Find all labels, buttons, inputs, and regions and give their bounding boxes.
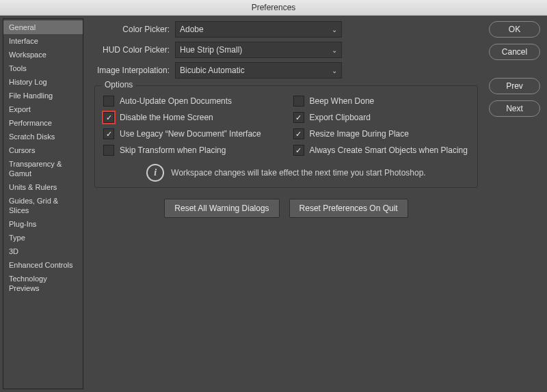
checkbox-label: Always Create Smart Objects when Placing — [310, 145, 468, 155]
preferences-window: Preferences GeneralInterfaceWorkspaceToo… — [0, 0, 547, 392]
prev-button[interactable]: Prev — [489, 78, 540, 94]
checkbox-box[interactable] — [293, 96, 304, 107]
checkbox-box[interactable] — [103, 96, 114, 107]
checkbox-box[interactable] — [103, 112, 114, 123]
sidebar-item-3d[interactable]: 3D — [3, 244, 83, 258]
sidebar-item-interface[interactable]: Interface — [3, 34, 83, 48]
reset-button-row: Reset All Warning Dialogs Reset Preferen… — [94, 199, 478, 218]
info-icon: i — [146, 164, 164, 182]
checkbox-beep[interactable]: Beep When Done — [293, 96, 470, 107]
checkbox-label: Resize Image During Place — [310, 129, 409, 139]
sidebar-item-plug-ins[interactable]: Plug-Ins — [3, 217, 83, 231]
sidebar-item-units-rulers[interactable]: Units & Rulers — [3, 180, 83, 194]
chevron-down-icon: ⌄ — [332, 46, 337, 54]
select-interp-value: Bicubic Automatic — [180, 66, 245, 75]
sidebar-item-cursors[interactable]: Cursors — [3, 143, 83, 157]
checkbox-skip-transform[interactable]: Skip Transform when Placing — [103, 145, 280, 156]
reset-warnings-button[interactable]: Reset All Warning Dialogs — [164, 199, 279, 218]
sidebar-item-type[interactable]: Type — [3, 231, 83, 244]
titlebar: Preferences — [0, 0, 547, 16]
checkbox-auto-update[interactable]: Auto-Update Open Documents — [103, 96, 280, 107]
main-panel: Color Picker: Adobe ⌄ HUD Color Picker: … — [83, 16, 486, 392]
select-color-picker[interactable]: Adobe ⌄ — [175, 21, 342, 38]
sidebar-item-guides-grid-slices[interactable]: Guides, Grid & Slices — [3, 194, 83, 217]
label-hud-color-picker: HUD Color Picker: — [94, 45, 170, 55]
window-title: Preferences — [252, 3, 296, 12]
actions-column: OK Cancel Prev Next — [486, 16, 547, 392]
window-body: GeneralInterfaceWorkspaceToolsHistory Lo… — [0, 16, 547, 392]
info-row: i Workspace changes will take effect the… — [103, 164, 469, 182]
sidebar-item-enhanced-controls[interactable]: Enhanced Controls — [3, 258, 83, 272]
select-hud-value: Hue Strip (Small) — [180, 45, 242, 55]
select-image-interpolation[interactable]: Bicubic Automatic ⌄ — [175, 62, 342, 79]
sidebar-item-transparency-gamut[interactable]: Transparency & Gamut — [3, 157, 83, 180]
checkbox-box[interactable] — [293, 128, 304, 139]
sidebar-item-technology-previews[interactable]: Technology Previews — [3, 272, 83, 295]
sidebar-item-scratch-disks[interactable]: Scratch Disks — [3, 130, 83, 143]
options-legend: Options — [102, 80, 135, 89]
checkbox-resize-place[interactable]: Resize Image During Place — [293, 128, 470, 139]
sidebar-item-file-handling[interactable]: File Handling — [3, 89, 83, 102]
checkbox-box[interactable] — [293, 112, 304, 123]
sidebar-item-general[interactable]: General — [3, 20, 83, 34]
sidebar-item-performance[interactable]: Performance — [3, 116, 83, 130]
category-sidebar: GeneralInterfaceWorkspaceToolsHistory Lo… — [3, 18, 83, 389]
checkbox-smart-objects[interactable]: Always Create Smart Objects when Placing — [293, 145, 470, 156]
checkbox-label: Beep When Done — [310, 96, 375, 106]
cancel-button[interactable]: Cancel — [489, 44, 540, 60]
row-color-picker: Color Picker: Adobe ⌄ — [94, 21, 478, 38]
label-color-picker: Color Picker: — [94, 25, 170, 34]
reset-prefs-button[interactable]: Reset Preferences On Quit — [289, 199, 408, 218]
options-grid: Auto-Update Open DocumentsBeep When Done… — [103, 96, 469, 156]
checkbox-label: Auto-Update Open Documents — [120, 96, 232, 106]
sidebar-item-workspace[interactable]: Workspace — [3, 48, 83, 61]
checkbox-disable-home[interactable]: Disable the Home Screen — [103, 112, 280, 123]
checkbox-label: Disable the Home Screen — [120, 113, 213, 122]
sidebar-item-tools[interactable]: Tools — [3, 61, 83, 75]
checkbox-box[interactable] — [103, 145, 114, 156]
sidebar-item-export[interactable]: Export — [3, 102, 83, 116]
row-hud-color-picker: HUD Color Picker: Hue Strip (Small) ⌄ — [94, 42, 478, 58]
checkbox-export-clip[interactable]: Export Clipboard — [293, 112, 470, 123]
chevron-down-icon: ⌄ — [332, 67, 337, 74]
checkbox-label: Export Clipboard — [310, 113, 371, 122]
checkbox-label: Skip Transform when Placing — [120, 145, 226, 155]
options-fieldset: Options Auto-Update Open DocumentsBeep W… — [94, 85, 478, 188]
checkbox-box[interactable] — [103, 128, 114, 139]
chevron-down-icon: ⌄ — [332, 26, 337, 33]
label-image-interpolation: Image Interpolation: — [94, 66, 170, 75]
checkbox-legacy-newdoc[interactable]: Use Legacy “New Document” Interface — [103, 128, 280, 139]
checkbox-label: Use Legacy “New Document” Interface — [120, 129, 261, 139]
info-text: Workspace changes will take effect the n… — [171, 168, 425, 178]
next-button[interactable]: Next — [489, 100, 540, 117]
sidebar-item-history-log[interactable]: History Log — [3, 75, 83, 89]
select-hud-color-picker[interactable]: Hue Strip (Small) ⌄ — [175, 42, 342, 58]
checkbox-box[interactable] — [293, 145, 304, 156]
row-image-interpolation: Image Interpolation: Bicubic Automatic ⌄ — [94, 62, 478, 79]
ok-button[interactable]: OK — [489, 21, 540, 38]
select-color-picker-value: Adobe — [180, 25, 204, 34]
